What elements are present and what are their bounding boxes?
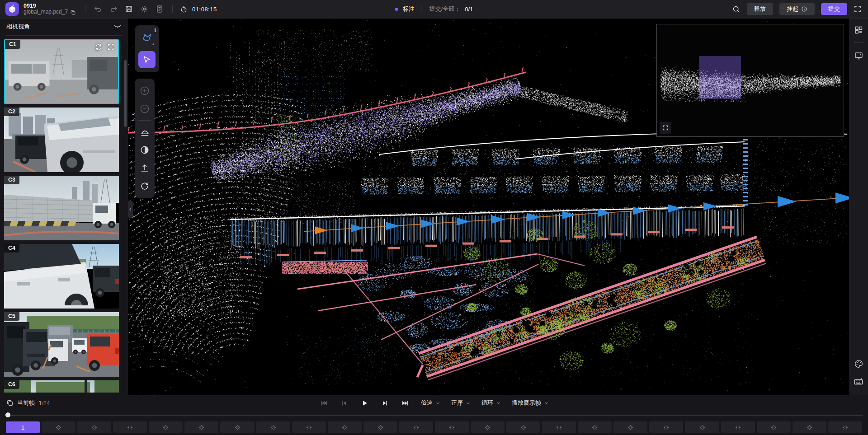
camera-image-c3 <box>4 176 119 240</box>
frame-counter: 1/24 <box>38 400 50 407</box>
save-button[interactable] <box>123 4 134 14</box>
tool-panel: 1 <box>135 25 159 72</box>
frame-cell-10[interactable] <box>328 421 362 433</box>
camera-label: C1 <box>5 40 20 49</box>
frame-cell-15[interactable] <box>506 421 540 433</box>
frame-cell-24[interactable] <box>828 421 862 433</box>
frame-cell-9[interactable] <box>292 421 326 433</box>
minimap-expand-button[interactable] <box>660 122 671 134</box>
zoom-out-icon[interactable] <box>139 103 151 115</box>
hold-button[interactable]: 挂起 <box>779 3 815 15</box>
speed-dropdown[interactable]: 倍速 <box>421 399 440 407</box>
camera-thumbnail-c5[interactable]: C5 <box>4 312 119 377</box>
divider <box>172 5 173 13</box>
keyboard-icon[interactable] <box>853 376 864 387</box>
camera-label: C4 <box>4 244 19 253</box>
polygon-icon <box>142 33 152 43</box>
minimap[interactable] <box>656 24 844 137</box>
timeline-slider[interactable] <box>5 412 863 418</box>
camera-label: C3 <box>4 176 19 184</box>
frame-cell-11[interactable] <box>363 421 397 433</box>
progress-value: 0/1 <box>465 6 473 13</box>
frame-cell-3[interactable] <box>77 421 111 433</box>
settings-button[interactable] <box>139 4 150 14</box>
frame-cell-7[interactable] <box>220 421 254 433</box>
frame-cell-16[interactable] <box>542 421 576 433</box>
chevron-down-icon <box>466 401 471 406</box>
frame-cell-2[interactable] <box>42 421 75 433</box>
chevron-down-icon <box>435 401 440 406</box>
collapse-panel-button[interactable] <box>128 201 133 218</box>
camera-thumbnail-c1[interactable]: C1 <box>4 39 119 104</box>
camera-expand-icon[interactable] <box>106 42 115 51</box>
frame-cell-22[interactable] <box>757 421 791 433</box>
palette-icon[interactable] <box>853 358 864 369</box>
frame-cell-14[interactable] <box>471 421 505 433</box>
view-tool-panel <box>135 79 155 198</box>
divider <box>85 5 85 13</box>
upload-icon[interactable] <box>139 162 151 174</box>
submit-button[interactable]: 提交 <box>821 3 847 15</box>
polygon-tool-button[interactable]: 1 <box>138 29 156 47</box>
timeline-handle[interactable] <box>5 412 10 417</box>
chevron-left-icon <box>128 207 132 211</box>
camera-panel: 相机视角 C1C2C3C4C5C6 <box>0 18 128 395</box>
frame-cell-17[interactable] <box>578 421 612 433</box>
camera-thumbnail-c4[interactable]: C4 <box>4 244 119 309</box>
app-logo-icon <box>5 2 19 16</box>
frame-cell-6[interactable] <box>184 421 218 433</box>
skip-last-button[interactable] <box>401 398 410 408</box>
undo-button[interactable] <box>93 4 104 14</box>
frame-cell-23[interactable] <box>793 421 826 433</box>
frame-cell-8[interactable] <box>256 421 290 433</box>
frame-cell-12[interactable] <box>399 421 433 433</box>
play-button[interactable] <box>360 398 369 408</box>
frame-cell-1[interactable]: 1 <box>6 421 40 433</box>
screen-off-icon[interactable] <box>853 50 864 61</box>
playback-bar: 当前帧 1/24 倍速 <box>0 395 868 435</box>
views-grid-icon[interactable] <box>853 24 864 35</box>
select-tool-button[interactable] <box>138 51 156 68</box>
eye-closed-icon[interactable] <box>113 23 122 31</box>
notes-button[interactable] <box>154 4 165 14</box>
prev-frame-button[interactable] <box>340 398 349 408</box>
frame-cell-13[interactable] <box>435 421 469 433</box>
camera-thumbnail-c2[interactable]: C2 <box>4 108 119 172</box>
loop-dropdown[interactable]: 循环 <box>481 399 501 407</box>
zoom-in-icon[interactable] <box>139 85 151 97</box>
contrast-icon[interactable] <box>139 144 151 156</box>
copy-icon[interactable] <box>70 9 76 15</box>
frame-cell-19[interactable] <box>649 421 683 433</box>
viewport: 1 <box>128 18 849 395</box>
next-frame-button[interactable] <box>380 398 390 408</box>
refresh-icon[interactable] <box>139 180 151 192</box>
task-title: 0919 <box>24 3 76 9</box>
order-dropdown[interactable]: 正序 <box>451 399 471 407</box>
minimap-canvas[interactable] <box>657 24 844 136</box>
frame-cell-18[interactable] <box>613 421 647 433</box>
redo-button[interactable] <box>108 4 119 14</box>
file-name: global_map.pcd_7 <box>24 9 68 15</box>
bell-icon[interactable] <box>139 126 151 138</box>
divider <box>138 120 151 121</box>
camera-thumbnail-c3[interactable]: C3 <box>4 176 119 240</box>
expand-icon <box>662 125 669 131</box>
frame-cell-20[interactable] <box>685 421 719 433</box>
camera-sync-icon[interactable] <box>94 42 103 51</box>
progress-label: 提交/全部： <box>429 5 461 13</box>
show-frames-dropdown[interactable]: 播放展示帧 <box>512 399 549 407</box>
show-frames-dropdown-label: 播放展示帧 <box>512 399 541 407</box>
frame-cell-4[interactable] <box>113 421 147 433</box>
frame-cell-21[interactable] <box>721 421 755 433</box>
fullscreen-icon[interactable] <box>854 5 862 13</box>
cursor-icon <box>142 55 152 65</box>
search-icon[interactable] <box>732 5 741 14</box>
annotation-app: 0919 global_map.pcd_7 <box>0 0 868 435</box>
camera-label: C6 <box>4 380 19 389</box>
release-button[interactable]: 释放 <box>747 3 773 15</box>
frame-cell-5[interactable] <box>149 421 183 433</box>
skip-first-button[interactable] <box>319 398 329 408</box>
camera-image-c5 <box>4 312 119 377</box>
camera-panel-scrollbar[interactable] <box>124 60 127 390</box>
timer-value: 01:08:15 <box>192 6 217 13</box>
